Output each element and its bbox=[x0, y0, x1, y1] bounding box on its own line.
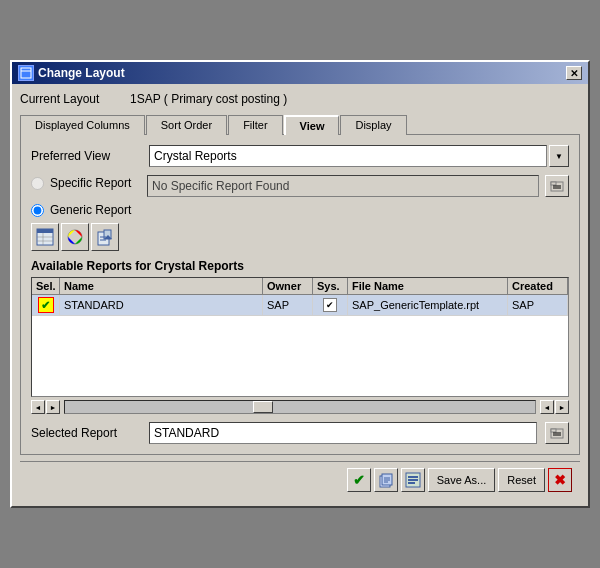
reports-table: Sel. Name Owner Sys. File Name Created ✔… bbox=[31, 277, 569, 397]
selected-checkmark: ✔ bbox=[38, 297, 54, 313]
scrollbars-row: ◄ ► ◄ ► bbox=[31, 400, 569, 414]
footer-settings-button[interactable] bbox=[401, 468, 425, 492]
th-created: Created bbox=[508, 278, 568, 294]
svg-rect-29 bbox=[408, 482, 415, 484]
preferred-view-select[interactable]: Crystal Reports ALV Grid SAP List Viewer bbox=[149, 145, 547, 167]
footer-check-button[interactable]: ✔ bbox=[347, 468, 371, 492]
reset-button[interactable]: Reset bbox=[498, 468, 545, 492]
specific-report-input bbox=[147, 175, 539, 197]
right-scroll-left-button[interactable]: ◄ bbox=[540, 400, 554, 414]
svg-rect-27 bbox=[408, 476, 418, 478]
table-row[interactable]: ✔ STANDARD SAP ✔ SAP_GenericTemplate.rpt… bbox=[32, 295, 568, 316]
svg-rect-28 bbox=[408, 479, 418, 481]
th-owner: Owner bbox=[263, 278, 313, 294]
specific-report-label: Specific Report bbox=[50, 176, 131, 190]
tab-content-view: Preferred View Crystal Reports ALV Grid … bbox=[20, 135, 580, 455]
td-created-1: SAP bbox=[508, 295, 568, 315]
color-settings-button[interactable] bbox=[61, 223, 89, 251]
left-scroll-track[interactable] bbox=[64, 400, 536, 414]
current-layout-label: Current Layout bbox=[20, 92, 120, 106]
save-as-button[interactable]: Save As... bbox=[428, 468, 496, 492]
tab-sort-order[interactable]: Sort Order bbox=[146, 115, 227, 135]
title-bar-left: Change Layout bbox=[18, 65, 125, 81]
td-filename-1: SAP_GenericTemplate.rpt bbox=[348, 295, 508, 315]
copy-icon bbox=[378, 472, 394, 488]
scroll-right-button[interactable]: ► bbox=[46, 400, 60, 414]
check-icon: ✔ bbox=[353, 472, 365, 488]
specific-report-radio-group: Specific Report bbox=[31, 176, 141, 190]
current-layout-row: Current Layout 1SAP ( Primary cost posti… bbox=[20, 92, 580, 106]
footer-close-button[interactable]: ✖ bbox=[548, 468, 572, 492]
td-sys-1: ✔ bbox=[313, 295, 348, 315]
left-scroll-container: ◄ ► bbox=[31, 400, 60, 414]
right-scroll-right-button[interactable]: ► bbox=[555, 400, 569, 414]
tab-display[interactable]: Display bbox=[340, 115, 406, 135]
td-name-1: STANDARD bbox=[60, 295, 263, 315]
th-sys: Sys. bbox=[313, 278, 348, 294]
selected-browse-icon bbox=[550, 426, 564, 440]
icon-buttons-row bbox=[31, 223, 569, 251]
color-settings-icon bbox=[65, 227, 85, 247]
th-sel: Sel. bbox=[32, 278, 60, 294]
svg-rect-7 bbox=[37, 229, 53, 233]
report-layout-icon bbox=[35, 227, 55, 247]
reset-label: Reset bbox=[507, 474, 536, 486]
selected-report-label: Selected Report bbox=[31, 426, 141, 440]
tab-view[interactable]: View bbox=[284, 115, 340, 135]
selected-report-input[interactable] bbox=[149, 422, 537, 444]
td-owner-1: SAP bbox=[263, 295, 313, 315]
th-name: Name bbox=[60, 278, 263, 294]
svg-rect-18 bbox=[551, 429, 556, 432]
scroll-left-button[interactable]: ◄ bbox=[31, 400, 45, 414]
generic-report-row: Generic Report bbox=[31, 203, 569, 217]
preferred-view-label: Preferred View bbox=[31, 149, 141, 163]
table-header: Sel. Name Owner Sys. File Name Created bbox=[32, 278, 568, 295]
change-layout-window: Change Layout ✕ Current Layout 1SAP ( Pr… bbox=[10, 60, 590, 508]
preferred-view-dropdown-arrow[interactable]: ▼ bbox=[549, 145, 569, 167]
tab-filter[interactable]: Filter bbox=[228, 115, 282, 135]
close-x-icon: ✖ bbox=[554, 472, 566, 488]
generic-report-label: Generic Report bbox=[50, 203, 131, 217]
report-layout-button[interactable] bbox=[31, 223, 59, 251]
browse-icon bbox=[550, 179, 564, 193]
current-layout-value: 1SAP ( Primary cost posting ) bbox=[130, 92, 287, 106]
settings-icon bbox=[405, 472, 421, 488]
generic-report-radio[interactable] bbox=[31, 204, 44, 217]
section-label: Available Reports for Crystal Reports bbox=[31, 259, 569, 273]
td-sel-1: ✔ bbox=[32, 295, 60, 315]
selected-report-row: Selected Report bbox=[31, 422, 569, 444]
selected-report-browse-button[interactable] bbox=[545, 422, 569, 444]
tab-displayed-columns[interactable]: Displayed Columns bbox=[20, 115, 145, 135]
export-icon bbox=[95, 227, 115, 247]
svg-rect-0 bbox=[21, 68, 31, 78]
specific-report-radio[interactable] bbox=[31, 177, 44, 190]
title-bar: Change Layout ✕ bbox=[12, 62, 588, 84]
footer: ✔ Save As... bbox=[20, 461, 580, 498]
window-title: Change Layout bbox=[38, 66, 125, 80]
th-filename: File Name bbox=[348, 278, 508, 294]
specific-report-row: Specific Report bbox=[31, 175, 569, 197]
save-as-label: Save As... bbox=[437, 474, 487, 486]
svg-rect-3 bbox=[551, 182, 556, 185]
close-button[interactable]: ✕ bbox=[566, 66, 582, 80]
preferred-view-row: Preferred View Crystal Reports ALV Grid … bbox=[31, 145, 569, 167]
window-icon bbox=[18, 65, 34, 81]
footer-copy-button[interactable] bbox=[374, 468, 398, 492]
specific-report-browse-button bbox=[545, 175, 569, 197]
sys-checkbox-1: ✔ bbox=[323, 298, 337, 312]
right-scroll-container: ◄ ► bbox=[540, 400, 569, 414]
preferred-view-field: Crystal Reports ALV Grid SAP List Viewer… bbox=[149, 145, 569, 167]
tabs-container: Displayed Columns Sort Order Filter View… bbox=[20, 114, 580, 135]
window-body: Current Layout 1SAP ( Primary cost posti… bbox=[12, 84, 588, 506]
left-scroll-thumb bbox=[253, 401, 273, 413]
export-button[interactable] bbox=[91, 223, 119, 251]
